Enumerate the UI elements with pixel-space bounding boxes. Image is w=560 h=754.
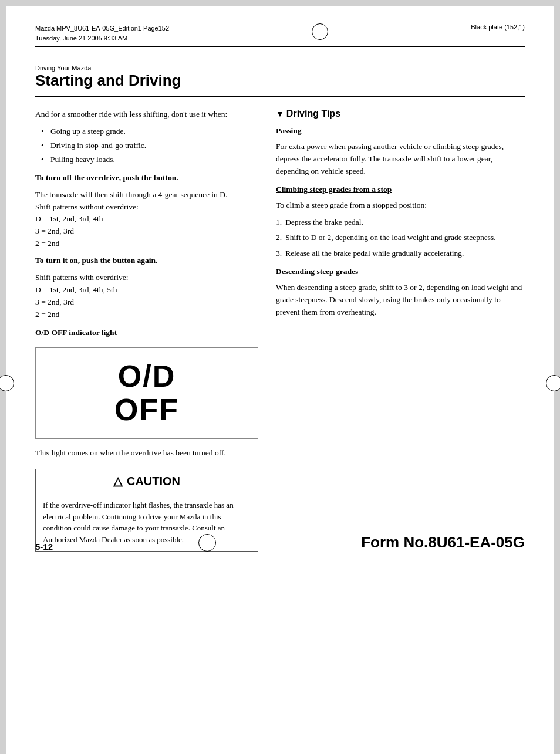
od-caption: This light comes on when the overdrive h…	[35, 447, 258, 459]
list-item: 2.Shift to D or 2, depending on the load…	[276, 232, 525, 244]
driving-tips-label: Driving Tips	[286, 109, 340, 119]
two-col-layout: And for a smoother ride with less shifti…	[35, 109, 525, 552]
section-title: Starting and Driving	[35, 72, 525, 90]
page: Mazda MPV_8U61-EA-05G_Edition1 Page152 T…	[6, 6, 554, 754]
climbing-heading: Climbing steep grades from a stop	[276, 184, 525, 196]
caution-label: CAUTION	[127, 475, 180, 488]
passing-body: For extra power when passing another veh…	[276, 141, 525, 178]
od-indicator-heading: O/D OFF indicator light	[35, 327, 258, 339]
turn-off-heading: To turn off the overdrive, push the butt…	[35, 172, 258, 184]
list-item: 1.Depress the brake pedal.	[276, 217, 525, 229]
section-divider	[35, 96, 525, 97]
caution-header: △ CAUTION	[36, 469, 258, 493]
page-footer: 5-12 Form No.8U61-EA-05G	[35, 533, 525, 552]
bullet-list: Going up a steep grade. Driving in stop-…	[35, 126, 258, 166]
form-number: Form No.8U61-EA-05G	[361, 533, 525, 552]
descending-heading: Descending steep grades	[276, 266, 525, 278]
descending-body: When descending a steep grade, shift to …	[276, 282, 525, 319]
od-indicator-display: O/DOFF	[35, 347, 258, 439]
right-column: ▼ Driving Tips Passing For extra power w…	[276, 109, 525, 552]
header-filename: Mazda MPV_8U61-EA-05G_Edition1 Page152	[35, 23, 169, 33]
header-circle-mark	[312, 23, 328, 40]
passing-heading: Passing	[276, 125, 525, 137]
climbing-steps-list: 1.Depress the brake pedal. 2.Shift to D …	[276, 217, 525, 261]
section-subtitle: Driving Your Mazda	[35, 65, 525, 72]
turn-on-heading: To turn it on, push the button again.	[35, 255, 258, 267]
triangle-icon: ▼	[276, 109, 284, 119]
header-center-circle	[312, 23, 328, 40]
left-column: And for a smoother ride with less shifti…	[35, 109, 258, 552]
list-item: Going up a steep grade.	[41, 126, 258, 138]
footer-circle-mark	[198, 534, 216, 552]
shift-on-body: Shift patterns with overdrive: D = 1st, …	[35, 272, 258, 321]
header-date: Tuesday, June 21 2005 9:33 AM	[35, 33, 169, 43]
caution-triangle-icon: △	[113, 474, 122, 488]
turn-off-body: The transaxle will then shift through a …	[35, 189, 258, 251]
od-display-text: O/DOFF	[42, 360, 252, 427]
header-left: Mazda MPV_8U61-EA-05G_Edition1 Page152 T…	[35, 23, 169, 43]
header-plate: Black plate (152,1)	[471, 23, 525, 31]
page-header: Mazda MPV_8U61-EA-05G_Edition1 Page152 T…	[35, 23, 525, 47]
section-header: Driving Your Mazda Starting and Driving	[35, 65, 525, 90]
climbing-intro: To climb a steep grade from a stopped po…	[276, 200, 525, 212]
list-item: Driving in stop-and-go traffic.	[41, 140, 258, 152]
header-right: Black plate (152,1)	[471, 23, 525, 31]
list-item: Pulling heavy loads.	[41, 154, 258, 166]
driving-tips-heading: ▼ Driving Tips	[276, 109, 525, 119]
list-item: 3.Release all the brake pedal while grad…	[276, 248, 525, 260]
page-number: 5-12	[35, 542, 53, 552]
intro-text: And for a smoother ride with less shifti…	[35, 109, 258, 121]
